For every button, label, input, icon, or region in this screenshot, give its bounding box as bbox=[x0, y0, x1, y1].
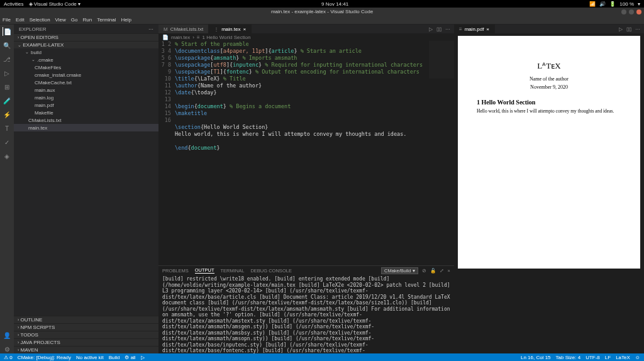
output-body[interactable]: [build] restricted \write18 enabled. [bu… bbox=[158, 275, 454, 353]
tree-item[interactable]: main.aux bbox=[14, 86, 158, 94]
tab[interactable]: ⋮main.tex× bbox=[209, 25, 252, 33]
tree-item[interactable]: ⌄ .cmake bbox=[14, 56, 158, 64]
task-dropdown[interactable]: CMake/Build ▾ bbox=[381, 267, 418, 274]
tree-item[interactable]: CMakeLists.txt bbox=[14, 116, 158, 124]
window-titlebar: main.tex - example-latex - Visual Studio… bbox=[0, 8, 644, 16]
section-maven[interactable]: › MAVEN bbox=[14, 346, 158, 353]
tree-item[interactable]: main.log bbox=[14, 94, 158, 101]
search-icon[interactable]: 🔍 bbox=[3, 41, 11, 50]
clock[interactable]: 9 Nov 14:41 bbox=[80, 1, 589, 7]
menu-help[interactable]: Help bbox=[121, 17, 131, 23]
pdf-date: November 9, 2020 bbox=[477, 84, 621, 90]
status-item[interactable]: UTF-8 bbox=[586, 355, 600, 360]
tab[interactable]: MCMakeLists.txt bbox=[158, 25, 209, 33]
panel-tab-terminal[interactable]: TERMINAL bbox=[221, 268, 245, 274]
tree-item[interactable]: cmake_install.cmake bbox=[14, 71, 158, 79]
status-bar: ⚠ 0CMake: [Debug]: ReadyNo active kitBui… bbox=[0, 353, 644, 361]
clear-icon[interactable]: ⊘ bbox=[422, 268, 426, 274]
section-npm-scripts[interactable]: › NPM SCRIPTS bbox=[14, 323, 158, 331]
todo-icon[interactable]: ✓ bbox=[3, 138, 11, 147]
settings-icon[interactable]: ⚙ bbox=[3, 345, 11, 353]
activity-bar: 📄 🔍 ⎇ ▷ ⊞ 🧪 ⚡ T ✓ ◈ 👤 ⚙ bbox=[0, 25, 14, 353]
close-button[interactable] bbox=[636, 9, 641, 14]
split-icon[interactable]: ▯▯ bbox=[436, 26, 441, 32]
section-java-projects[interactable]: › JAVA PROJECTS bbox=[14, 338, 158, 346]
tab[interactable]: ≡main.pdf× bbox=[454, 25, 495, 33]
remote-icon[interactable]: ⚡ bbox=[3, 110, 11, 119]
close-panel-icon[interactable]: × bbox=[448, 268, 450, 274]
activities-label[interactable]: Activities bbox=[4, 1, 24, 7]
system-tray[interactable]: 📶 🔊 🔋 100 % ▾ bbox=[589, 1, 640, 7]
root-section[interactable]: ⌄ EXAMPLE-LATEX bbox=[14, 41, 158, 48]
status-item[interactable]: No active kit bbox=[76, 355, 104, 360]
bottom-panel: PROBLEMSOUTPUTTERMINALDEBUG CONSOLECMake… bbox=[158, 265, 454, 353]
tex-icon[interactable]: T bbox=[3, 124, 11, 133]
code-editor[interactable]: 1 2 3 4 5 6 7 8 9 10 11 12 13 14 15 16 %… bbox=[158, 41, 454, 265]
menu-edit[interactable]: Edit bbox=[16, 17, 25, 23]
more-icon[interactable]: ⋯ bbox=[148, 26, 153, 32]
tree-item[interactable]: Makefile bbox=[14, 109, 158, 116]
maximize-panel-icon[interactable]: ⤢ bbox=[440, 268, 444, 274]
tree-item[interactable]: main.pdf bbox=[14, 101, 158, 109]
close-icon[interactable]: × bbox=[243, 26, 246, 32]
window-title: main.tex - example-latex - Visual Studio… bbox=[271, 9, 373, 14]
panel-tabs: PROBLEMSOUTPUTTERMINALDEBUG CONSOLECMake… bbox=[158, 266, 454, 275]
tree-item[interactable]: main.tex bbox=[14, 124, 158, 131]
panel-tab-output[interactable]: OUTPUT bbox=[195, 267, 214, 274]
panel-tab-debug-console[interactable]: DEBUG CONSOLE bbox=[250, 268, 291, 274]
pdf-author: Name of the author bbox=[477, 76, 621, 82]
pdf-heading: 1 Hello World Section bbox=[477, 99, 621, 106]
tree-item[interactable]: CMakeCache.txt bbox=[14, 79, 158, 86]
maximize-button[interactable] bbox=[629, 9, 634, 14]
tree-item[interactable]: ⌄ build bbox=[14, 48, 158, 56]
explorer-icon[interactable]: 📄 bbox=[3, 27, 11, 36]
status-item[interactable]: ☺ bbox=[635, 355, 640, 360]
split-icon[interactable]: ▯▯ bbox=[626, 26, 631, 32]
breadcrumb[interactable]: 📄main.tex›≡1 Hello World Section bbox=[158, 33, 454, 41]
status-item[interactable]: CMake: [Debug]: Ready bbox=[18, 355, 71, 360]
menu-terminal[interactable]: Terminal bbox=[97, 17, 116, 23]
wifi-icon: 📶 bbox=[589, 1, 596, 7]
volume-icon: 🔊 bbox=[599, 1, 606, 7]
menu-run[interactable]: Run bbox=[82, 17, 92, 23]
desktop-topbar: Activities ◈ Visual Studio Code ▾ 9 Nov … bbox=[0, 0, 644, 8]
status-item[interactable]: ▷ bbox=[141, 355, 145, 360]
lock-icon[interactable]: 🔓 bbox=[430, 268, 436, 274]
status-item[interactable]: Ln 16, Col 15 bbox=[521, 355, 551, 360]
status-item[interactable]: ⚠ 0 bbox=[4, 355, 13, 360]
status-item[interactable]: Build bbox=[109, 355, 120, 360]
scm-icon[interactable]: ⎇ bbox=[3, 55, 11, 64]
more-icon[interactable]: ⋯ bbox=[635, 26, 640, 32]
minimap[interactable] bbox=[429, 41, 454, 79]
menu-selection[interactable]: Selection bbox=[30, 17, 50, 23]
section-outline[interactable]: › OUTLINE bbox=[14, 316, 158, 323]
pdf-viewport[interactable]: LᴬTᴇX Name of the author November 9, 202… bbox=[454, 33, 644, 353]
pdf-body: Hello world, this is where I will attemp… bbox=[477, 108, 621, 114]
editor-group: MCMakeLists.txt⋮main.tex×▷▯▯⋯ 📄main.tex›… bbox=[158, 25, 454, 353]
menu-go[interactable]: Go bbox=[71, 17, 78, 23]
close-icon[interactable]: × bbox=[486, 26, 489, 32]
extensions-icon[interactable]: ⊞ bbox=[3, 82, 11, 91]
menu-view[interactable]: View bbox=[55, 17, 66, 23]
test-icon[interactable]: 🧪 bbox=[3, 96, 11, 105]
explorer-header: EXPLORER⋯ bbox=[14, 25, 158, 33]
open-editors-section[interactable]: › OPEN EDITORS bbox=[14, 33, 158, 41]
status-item[interactable]: LaTeX bbox=[616, 355, 630, 360]
section-todos[interactable]: › TODOS bbox=[14, 331, 158, 338]
menu-file[interactable]: File bbox=[3, 17, 11, 23]
minimize-button[interactable] bbox=[621, 9, 626, 14]
tree-item[interactable]: CMakeFiles bbox=[14, 64, 158, 71]
more-icon[interactable]: ⋯ bbox=[445, 26, 450, 32]
editor-tabs: MCMakeLists.txt⋮main.tex×▷▯▯⋯ bbox=[158, 25, 454, 33]
panel-tab-problems[interactable]: PROBLEMS bbox=[162, 268, 189, 274]
pdf-preview-pane: ≡main.pdf×▷▯▯⋯ LᴬTᴇX Name of the author … bbox=[454, 25, 644, 353]
file-tree: ⌄ build⌄ .cmake CMakeFiles cmake_install… bbox=[14, 48, 158, 316]
status-item[interactable]: LF bbox=[605, 355, 611, 360]
status-item[interactable]: ⚙ all bbox=[125, 355, 135, 360]
misc-icon[interactable]: ◈ bbox=[3, 152, 11, 160]
run-icon[interactable]: ▷ bbox=[619, 26, 623, 32]
status-item[interactable]: Tab Size: 4 bbox=[556, 355, 581, 360]
debug-icon[interactable]: ▷ bbox=[3, 69, 11, 77]
account-icon[interactable]: 👤 bbox=[3, 331, 11, 340]
run-icon[interactable]: ▷ bbox=[429, 26, 433, 32]
